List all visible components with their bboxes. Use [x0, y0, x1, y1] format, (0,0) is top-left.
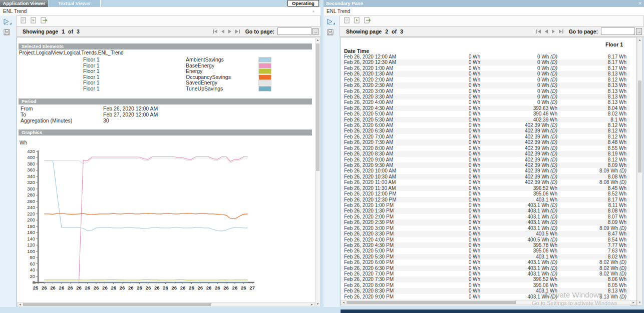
- table-row[interactable]: Feb 26, 2020 6:30 AM0 Wh402.39 Wh (D)8.1…: [341, 128, 630, 134]
- last-page-button[interactable]: [234, 28, 241, 34]
- first-page-button[interactable]: [535, 28, 542, 34]
- left-hscroll-thumb[interactable]: [23, 303, 211, 306]
- table-row[interactable]: Feb 26, 2020 5:30 PM0 Wh403.1 Wh8.02 Wh: [341, 254, 630, 260]
- table-row[interactable]: Feb 26, 2020 12:00 AM0 Wh0 Wh (D)8.17 Wh: [341, 54, 630, 60]
- table-row[interactable]: Feb 26, 2020 2:30 AM0 Wh0 Wh (D)8.13 Wh: [341, 82, 630, 88]
- scroll-left-arrow-icon[interactable]: ◂: [341, 300, 346, 304]
- tab-application-viewer[interactable]: Application Viewer: [0, 0, 48, 7]
- table-row[interactable]: Feb 26, 2020 9:00 AM0 Wh402.39 Wh (D)8.1…: [341, 157, 630, 162]
- cell-datetime: Feb 26, 2020 7:30 AM: [344, 140, 444, 145]
- svg-text:300: 300: [27, 186, 35, 192]
- cell-value-3: 8.13 Wh: [557, 88, 626, 94]
- series-BaseEnergy: [44, 157, 248, 283]
- table-row[interactable]: Feb 26, 2020 4:30 AM0 Wh392.63 Wh8.04 Wh: [341, 106, 630, 111]
- goto-page-input[interactable]: [277, 28, 311, 35]
- table-row[interactable]: Feb 26, 2020 1:30 PM0 Wh403.1 Wh (D)8.08…: [341, 208, 630, 214]
- cell-value-3: 8.13 Wh: [557, 94, 626, 100]
- table-row[interactable]: Feb 26, 2020 1:30 AM0 Wh0 Wh (D)8.13 Wh: [341, 71, 630, 76]
- scroll-down-arrow-icon[interactable]: ▾: [315, 302, 320, 306]
- table-row[interactable]: Feb 26, 2020 10:00 AM0 Wh402.39 Wh (D)8.…: [341, 168, 630, 174]
- table-row[interactable]: Feb 26, 2020 1:00 PM0 Wh403.1 Wh (D)8.11…: [341, 202, 630, 208]
- svg-text:200: 200: [27, 217, 35, 222]
- cell-value-1: 0 Wh: [444, 146, 480, 151]
- run-trend-icon[interactable]: [326, 18, 336, 27]
- last-page-button[interactable]: [558, 28, 564, 34]
- right-vertical-scrollbar[interactable]: ▴ ▾: [637, 37, 642, 306]
- export-report-icon[interactable]: [41, 16, 48, 26]
- scroll-right-arrow-icon[interactable]: ▸: [631, 300, 636, 304]
- left-horizontal-scrollbar[interactable]: ◂ ▸: [17, 302, 315, 307]
- cell-datetime: Feb 26, 2020 5:30 PM: [344, 254, 444, 260]
- table-row[interactable]: Feb 26, 2020 2:30 PM0 Wh403.1 Wh (D)8.09…: [341, 220, 630, 225]
- right-vscroll-thumb[interactable]: [638, 80, 641, 172]
- save-icon[interactable]: [327, 28, 334, 38]
- operating-mode-button[interactable]: Operating: [287, 0, 319, 6]
- table-row[interactable]: Feb 26, 2020 11:30 AM0 Wh396.52 Wh8.45 W…: [341, 186, 630, 191]
- run-report-icon[interactable]: [31, 16, 36, 26]
- cell-value-2: 395.78 Wh: [480, 242, 557, 248]
- table-row[interactable]: Feb 26, 2020 8:00 PM0 Wh395.06 Wh8.05 Wh: [341, 282, 630, 288]
- table-row[interactable]: Feb 26, 2020 9:30 AM0 Wh402.39 Wh (D)8.0…: [341, 162, 630, 168]
- run-report-icon[interactable]: [354, 16, 360, 26]
- goto-page-input[interactable]: [601, 28, 635, 35]
- table-row[interactable]: Feb 26, 2020 7:00 PM0 Wh403.1 Wh (D)8.02…: [341, 271, 630, 276]
- left-vscroll-thumb[interactable]: [316, 44, 319, 171]
- tab-textual-viewer[interactable]: Textual Viewer: [49, 0, 100, 7]
- table-row[interactable]: Feb 26, 2020 7:30 AM0 Wh402.39 Wh (D)8.4…: [341, 140, 630, 145]
- previous-page-button[interactable]: [219, 28, 226, 34]
- showing-page-label: Showing page: [346, 28, 382, 34]
- previous-page-button[interactable]: [543, 28, 549, 34]
- cell-value-2: 403.1 Wh (D): [480, 202, 557, 208]
- table-row[interactable]: Feb 26, 2020 5:00 AM0 Wh390.46 Wh8.02 Wh: [341, 111, 630, 116]
- scroll-left-arrow-icon[interactable]: ◂: [18, 302, 23, 306]
- table-row[interactable]: Feb 26, 2020 6:00 AM0 Wh402.39 Wh (D)8.1…: [341, 122, 630, 128]
- next-page-button[interactable]: [550, 28, 557, 34]
- goto-page-go-button[interactable]: →: [636, 28, 642, 35]
- close-icon[interactable]: ✕: [638, 0, 642, 7]
- total-pages: 3: [400, 28, 403, 34]
- right-hscroll-thumb[interactable]: [347, 301, 516, 304]
- table-row[interactable]: Feb 26, 2020 12:30 AM0 Wh0 Wh (D)8.17 Wh: [341, 60, 630, 65]
- table-row[interactable]: Feb 26, 2020 6:30 PM0 Wh403.1 Wh (D)8.02…: [341, 266, 630, 271]
- goto-page-go-button[interactable]: →: [312, 28, 318, 35]
- table-row[interactable]: Feb 26, 2020 12:00 PM0 Wh395.06 Wh8.52 W…: [341, 191, 630, 196]
- scroll-right-arrow-icon[interactable]: ▸: [309, 302, 314, 306]
- period-value: Feb 26, 2020 12:00 AM: [103, 106, 158, 112]
- table-row[interactable]: Feb 26, 2020 7:00 AM0 Wh402.39 Wh (D)8.1…: [341, 134, 630, 140]
- scroll-up-arrow-icon[interactable]: ▴: [637, 38, 642, 42]
- svg-text:20: 20: [30, 274, 35, 279]
- export-report-icon[interactable]: [364, 16, 371, 26]
- table-row[interactable]: Feb 26, 2020 1:00 AM0 Wh0 Wh (D)8.17 Wh: [341, 66, 630, 71]
- table-row[interactable]: Feb 26, 2020 6:00 PM0 Wh403.1 Wh (D)8.02…: [341, 260, 630, 265]
- cell-value-1: 0 Wh: [444, 226, 480, 231]
- table-row[interactable]: Feb 26, 2020 3:30 AM0 Wh0 Wh (D)8.13 Wh: [341, 94, 630, 100]
- table-row[interactable]: Feb 26, 2020 12:30 PM0 Wh403.1 Wh8.17 Wh: [341, 197, 630, 202]
- next-page-button[interactable]: [227, 28, 233, 34]
- first-page-button[interactable]: [212, 28, 218, 34]
- table-row[interactable]: Feb 26, 2020 7:30 PM0 Wh396.52 Wh8.06 Wh: [341, 276, 630, 282]
- save-icon[interactable]: [4, 28, 10, 38]
- table-row[interactable]: Feb 26, 2020 11:00 AM0 Wh402.39 Wh (D)8.…: [341, 180, 630, 185]
- scroll-down-arrow-icon[interactable]: ▾: [637, 300, 642, 305]
- table-row[interactable]: Feb 26, 2020 3:30 PM0 Wh400.5 Wh8.47 Wh: [341, 231, 630, 236]
- table-row[interactable]: Feb 26, 2020 10:30 AM0 Wh402.39 Wh (D)8.…: [341, 174, 630, 180]
- table-row[interactable]: Feb 26, 2020 3:00 PM0 Wh403.1 Wh (D)8.09…: [341, 226, 630, 231]
- cell-datetime: Feb 26, 2020 5:00 PM: [344, 248, 444, 254]
- table-row[interactable]: Feb 26, 2020 4:00 AM0 Wh0 Wh (D)8.13 Wh: [341, 100, 630, 105]
- table-row[interactable]: Feb 26, 2020 4:00 PM0 Wh400.5 Wh (D)8.54…: [341, 237, 630, 242]
- table-row[interactable]: Feb 26, 2020 3:00 AM0 Wh0 Wh (D)8.13 Wh: [341, 88, 630, 94]
- table-row[interactable]: Feb 26, 2020 5:30 AM0 Wh402.39 Wh8.1 Wh: [341, 117, 630, 122]
- svg-text:100: 100: [27, 248, 35, 254]
- table-row[interactable]: Feb 26, 2020 5:00 PM0 Wh395.06 Wh7.63 Wh: [341, 248, 630, 254]
- scroll-up-arrow-icon[interactable]: ▴: [315, 38, 320, 42]
- workstation-window: { "left_pane": { "tabs": [ {"label": "Ap…: [0, 0, 644, 313]
- table-row[interactable]: Feb 26, 2020 2:00 AM0 Wh0 Wh (D)8.12 Wh: [341, 77, 630, 82]
- report-icon[interactable]: [21, 16, 26, 26]
- table-row[interactable]: Feb 26, 2020 2:00 PM0 Wh403.1 Wh (D)8.07…: [341, 214, 630, 220]
- table-row[interactable]: Feb 26, 2020 8:30 AM0 Wh402.39 Wh (D)8.1…: [341, 151, 630, 156]
- run-trend-icon[interactable]: [3, 18, 13, 27]
- report-icon[interactable]: [344, 16, 350, 26]
- left-vertical-scrollbar[interactable]: ▴ ▾: [315, 37, 320, 307]
- table-row[interactable]: Feb 26, 2020 4:30 PM0 Wh395.78 Wh7.77 Wh: [341, 242, 630, 248]
- table-row[interactable]: Feb 26, 2020 8:00 AM0 Wh402.39 Wh (D)8.5…: [341, 146, 630, 151]
